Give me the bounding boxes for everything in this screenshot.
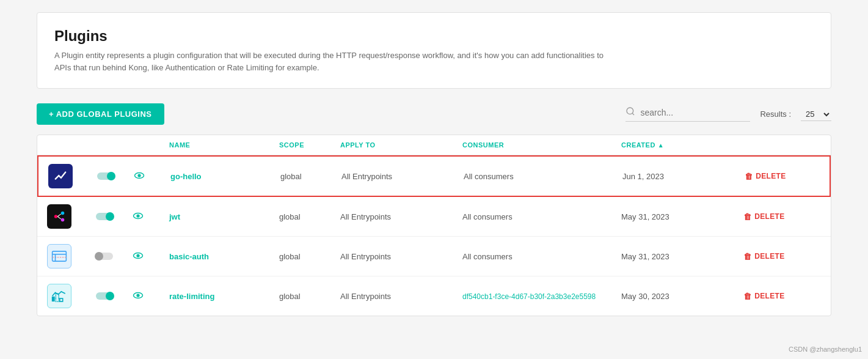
search-input[interactable] [640, 108, 750, 117]
svg-rect-17 [52, 297, 55, 302]
delete-label: DELETE [756, 172, 786, 180]
apply-to-rate-limiting: All Entrypoints [340, 292, 462, 301]
plugin-icon-jwt [47, 204, 96, 229]
svg-point-5 [61, 212, 65, 215]
table-row: rate-limiting global All Entrypoints df5… [37, 276, 831, 316]
plugins-table: NAME SCOPE APPLY TO CONSUMER CREATED ▲ [37, 135, 831, 316]
created-go-hello: Jun 1, 2023 [622, 172, 745, 181]
toggle-go-hello[interactable] [97, 172, 134, 180]
view-basic-auth[interactable] [133, 250, 169, 263]
col-header-name: NAME [169, 141, 279, 149]
svg-rect-19 [60, 298, 63, 302]
svg-line-8 [57, 217, 61, 219]
trash-icon: 🗑 [743, 292, 751, 301]
add-global-plugins-button[interactable]: + ADD GLOBAL PLUGINS [37, 103, 164, 125]
apply-to-basic-auth: All Entrypoints [340, 252, 462, 261]
page-title: Plugins [54, 28, 814, 45]
plugin-name-go-hello[interactable]: go-hello [170, 171, 280, 181]
table-row: go-hello global All Entrypoints All cons… [37, 155, 831, 197]
toolbar-right: Results : 25 50 100 [625, 106, 831, 122]
plugin-name-rate-limiting[interactable]: rate-limiting [169, 291, 279, 301]
col-header-consumer: CONSUMER [462, 141, 621, 149]
svg-point-4 [54, 215, 58, 218]
page-description: A Plugin entity represents a plugin conf… [54, 50, 604, 73]
trash-icon: 🗑 [745, 172, 753, 181]
svg-point-10 [137, 215, 139, 217]
plugin-name-jwt[interactable]: jwt [169, 212, 279, 221]
scope-go-hello: global [280, 172, 341, 181]
created-basic-auth: May 31, 2023 [621, 252, 743, 261]
plugin-icon-rate-limiting [47, 284, 96, 308]
svg-point-0 [627, 108, 633, 114]
toggle-rate-limiting[interactable] [96, 292, 133, 300]
consumer-go-hello: All consumers [464, 172, 622, 181]
plugin-icon-go-hello [48, 164, 97, 188]
consumer-jwt: All consumers [462, 212, 621, 221]
apply-to-go-hello: All Entrypoints [341, 172, 464, 181]
trash-icon: 🗑 [743, 252, 751, 261]
delete-go-hello[interactable]: 🗑 DELETE [745, 172, 842, 181]
col-header-scope: SCOPE [279, 141, 340, 149]
svg-point-21 [137, 294, 139, 297]
view-go-hello[interactable] [134, 170, 170, 183]
delete-label: DELETE [754, 212, 784, 221]
search-icon [625, 106, 635, 119]
col-header-apply-to: APPLY TO [340, 141, 462, 149]
svg-rect-11 [53, 251, 67, 261]
col-header-toggle [96, 141, 133, 149]
scope-jwt: global [279, 212, 340, 221]
table-row: jwt global All Entrypoints All consumers… [37, 197, 831, 237]
plugin-icon-basic-auth [47, 244, 96, 268]
delete-label: DELETE [754, 292, 784, 300]
col-header-view [133, 141, 169, 149]
table-row: basic-auth global All Entrypoints All co… [37, 237, 831, 276]
toolbar: + ADD GLOBAL PLUGINS Results : 25 50 100 [37, 103, 831, 125]
scope-basic-auth: global [279, 252, 340, 261]
search-wrapper [625, 106, 750, 122]
sort-arrow-icon: ▲ [658, 142, 664, 149]
toggle-basic-auth[interactable] [96, 253, 133, 260]
consumer-basic-auth: All consumers [462, 252, 621, 261]
delete-jwt[interactable]: 🗑 DELETE [743, 212, 841, 221]
header-section: Plugins A Plugin entity represents a plu… [37, 12, 831, 89]
col-header-created[interactable]: CREATED ▲ [621, 141, 743, 149]
created-jwt: May 31, 2023 [621, 212, 743, 221]
created-rate-limiting: May 30, 2023 [621, 292, 743, 301]
results-select[interactable]: 25 50 100 [801, 108, 831, 121]
scope-rate-limiting: global [279, 292, 340, 301]
apply-to-jwt: All Entrypoints [340, 212, 462, 221]
plugin-name-basic-auth[interactable]: basic-auth [169, 251, 279, 261]
table-header: NAME SCOPE APPLY TO CONSUMER CREATED ▲ [37, 135, 831, 155]
delete-rate-limiting[interactable]: 🗑 DELETE [743, 292, 841, 301]
view-jwt[interactable] [133, 210, 169, 223]
delete-basic-auth[interactable]: 🗑 DELETE [743, 252, 841, 261]
trash-icon: 🗑 [743, 212, 751, 221]
results-label: Results : [760, 109, 791, 119]
view-rate-limiting[interactable] [133, 290, 169, 303]
toggle-jwt[interactable] [96, 213, 133, 220]
consumer-rate-limiting[interactable]: df540cb1-f3ce-4d67-b30f-2a3b3e2e5598 [462, 291, 621, 301]
svg-point-16 [137, 254, 139, 257]
svg-point-3 [138, 174, 140, 177]
col-header-actions [743, 141, 841, 149]
watermark: CSDN @zhangshenglu1 [789, 346, 862, 353]
svg-point-6 [61, 218, 65, 222]
delete-label: DELETE [754, 252, 784, 261]
svg-line-1 [633, 113, 635, 115]
col-header-icon [47, 141, 96, 149]
svg-line-7 [57, 214, 61, 217]
